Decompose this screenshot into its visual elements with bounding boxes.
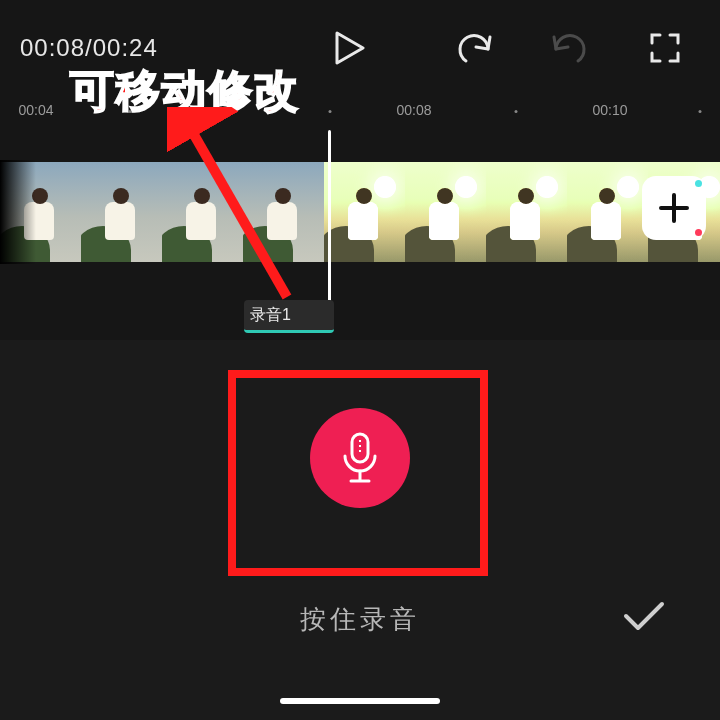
mic-icon [337,432,383,484]
confirm-button[interactable] [622,600,666,636]
check-icon [622,600,666,632]
timecode: 00:08/00:24 [20,34,158,62]
thumbnail [81,162,162,262]
thumbnail [0,162,81,262]
thumbnail [486,162,567,262]
home-indicator[interactable] [280,698,440,704]
timeline-ruler[interactable]: 00:04 00:08 00:10 [0,95,720,125]
ruler-dot [515,110,518,113]
audio-clip-label: 录音1 [250,305,291,326]
thumbnail [324,162,405,262]
ruler-dot [699,110,702,113]
record-hint-label: 按住录音 [0,602,720,637]
svg-rect-1 [352,434,368,462]
record-button[interactable] [310,408,410,508]
undo-icon[interactable] [454,31,492,65]
fullscreen-icon[interactable] [650,33,680,63]
ruler-mark: 00:08 [396,102,431,118]
thumbnail [243,162,324,262]
thumbnail [405,162,486,262]
ruler-dot [234,110,237,113]
timeline-thumbnails[interactable] [0,160,720,264]
add-clip-button[interactable] [642,176,706,240]
redo-icon [552,31,590,65]
ruler-mark: 00:10 [592,102,627,118]
audio-clip[interactable]: 录音1 [244,300,334,333]
playhead[interactable] [328,130,331,308]
play-icon [335,31,365,65]
thumbnail [162,162,243,262]
add-icon [657,191,691,225]
play-button[interactable] [335,20,365,76]
ruler-dot [129,110,132,113]
ruler-mark: 00:04 [18,102,53,118]
thumbnail [567,162,648,262]
ruler-dot [329,110,332,113]
record-panel: 按住录音 [0,340,720,720]
video-editor-record-screen: 00:08/00:24 可移动修改 00:04 00:08 [0,0,720,720]
